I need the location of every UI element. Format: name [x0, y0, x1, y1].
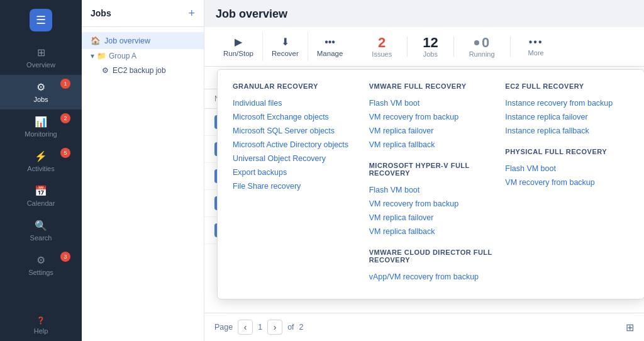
sidebar-logo: ☰ — [0, 0, 82, 40]
total-pages: 2 — [299, 323, 304, 332]
sidebar-item-label: Activities — [27, 165, 54, 172]
tree-item-label: Job overview — [104, 36, 150, 45]
next-page-button[interactable]: › — [267, 320, 282, 335]
manage-button[interactable]: ••• Manage — [308, 33, 352, 61]
sql-objects-link[interactable]: Microsoft SQL Server objects — [233, 124, 357, 138]
file-share-recovery-link[interactable]: File Share recovery — [233, 179, 357, 193]
running-count: 0 — [482, 35, 489, 50]
stat-running[interactable]: 0 Running — [469, 35, 495, 58]
individual-files-link[interactable]: Individual files — [233, 96, 357, 110]
sidebar-item-calendar[interactable]: 📅 Calendar — [0, 179, 82, 213]
ec2-full-recovery-title: EC2 FULL RECOVERY — [505, 82, 629, 90]
monitoring-icon: 📊 — [35, 116, 47, 128]
grid-view-icon[interactable]: ⊞ — [626, 321, 634, 333]
help-icon: ❓ — [36, 316, 45, 325]
sidebar-item-search[interactable]: 🔍 Search — [0, 213, 82, 248]
add-job-button[interactable]: + — [188, 8, 195, 19]
tree-item-job-overview[interactable]: 🏠 Job overview — [82, 32, 204, 49]
vcd-recovery-title: VMWARE CLOUD DIRECTOR FULL RECOVERY — [369, 249, 493, 264]
spacer — [369, 152, 493, 162]
spacer — [369, 238, 493, 249]
recover-dropdown: GRANULAR RECOVERY Individual files Micro… — [217, 69, 644, 299]
sidebar-item-monitoring[interactable]: 2 📊 Monitoring — [0, 109, 82, 144]
main-content: Job overview ▶ Run/Stop ⬇ Recover ••• Ma… — [204, 0, 644, 341]
stat-more-button[interactable]: ••• More — [528, 36, 544, 57]
sidebar-item-label: Monitoring — [25, 130, 57, 138]
universal-recovery-link[interactable]: Universal Object Recovery — [233, 152, 357, 165]
dropdown-col-vmware: VMWARE FULL RECOVERY Flash VM boot VM re… — [369, 82, 506, 284]
stats-bar: 2 Issues 12 Jobs 0 Running ••• More — [362, 27, 644, 66]
calendar-icon: 📅 — [35, 185, 47, 197]
of-label: of — [287, 323, 294, 332]
sidebar-item-label: Settings — [28, 269, 53, 276]
tree-child-label: EC2 backup job — [113, 66, 166, 75]
recover-label: Recover — [272, 50, 299, 57]
prev-page-button[interactable]: ‹ — [238, 320, 253, 335]
activities-icon: ⚡ — [35, 150, 47, 162]
stat-divider-3 — [510, 36, 511, 57]
play-icon: ▶ — [235, 36, 242, 48]
vmware-flash-boot-link[interactable]: Flash VM boot — [369, 96, 493, 110]
vmware-recovery-backup-link[interactable]: VM recovery from backup — [369, 110, 493, 124]
physical-flash-boot-link[interactable]: Flash VM boot — [505, 162, 629, 176]
settings-icon: ⚙ — [36, 254, 45, 266]
sidebar-item-jobs[interactable]: 1 ⚙ Jobs — [0, 75, 82, 109]
ec2-instance-recovery-link[interactable]: Instance recovery from backup — [505, 96, 629, 110]
monitoring-badge: 2 — [60, 113, 70, 123]
tree-child-ec2-backup[interactable]: ⚙ EC2 backup job — [82, 63, 204, 78]
hyperv-recovery-backup-link[interactable]: VM recovery from backup — [369, 197, 493, 211]
hyperv-replica-fallback-link[interactable]: VM replica fallback — [369, 225, 493, 238]
jobs-panel: Jobs + 🏠 Job overview ▾ 📁 Group A ⚙ EC2 … — [82, 0, 204, 341]
ec2-replica-fallback-link[interactable]: Instance replica fallback — [505, 124, 629, 138]
home-icon: 🏠 — [91, 36, 101, 45]
hyperv-flash-boot-link[interactable]: Flash VM boot — [369, 183, 493, 197]
vmware-replica-failover-link[interactable]: VM replica failover — [369, 124, 493, 138]
search-icon: 🔍 — [35, 220, 47, 232]
folder-icon: 📁 — [97, 52, 106, 60]
manage-label: Manage — [317, 50, 343, 57]
jobs-badge: 1 — [60, 79, 70, 89]
sidebar-item-activities[interactable]: 5 ⚡ Activities — [0, 144, 82, 179]
sidebar-help[interactable]: ❓ Help — [0, 310, 82, 341]
ec2-replica-failover-link[interactable]: Instance replica failover — [505, 110, 629, 124]
jobs-panel-header: Jobs + — [82, 0, 204, 27]
main-header: Job overview — [204, 0, 644, 27]
stat-divider-2 — [453, 36, 454, 57]
sidebar-item-overview[interactable]: ⊞ Overview — [0, 40, 82, 75]
physical-full-recovery-title: PHYSICAL FULL RECOVERY — [505, 148, 629, 155]
hyperv-replica-failover-link[interactable]: VM replica failover — [369, 211, 493, 225]
pagination: Page ‹ 1 › of 2 ⊞ — [204, 313, 644, 341]
stat-issues[interactable]: 2 Issues — [372, 35, 392, 58]
manage-icon: ••• — [325, 36, 335, 48]
jobs-count: 12 — [423, 35, 438, 50]
sidebar: ☰ ⊞ Overview 1 ⚙ Jobs 2 📊 Monitoring 5 ⚡… — [0, 0, 82, 341]
exchange-objects-link[interactable]: Microsoft Exchange objects — [233, 110, 357, 124]
current-page: 1 — [258, 323, 262, 332]
tree-group-label: Group A — [109, 52, 136, 60]
recover-button[interactable]: ⬇ Recover — [263, 32, 308, 61]
spacer — [505, 138, 629, 148]
stat-jobs[interactable]: 12 Jobs — [423, 35, 438, 58]
sidebar-item-settings[interactable]: 3 ⚙ Settings — [0, 248, 82, 282]
dropdown-columns: GRANULAR RECOVERY Individual files Micro… — [233, 82, 629, 284]
granular-recovery-title: GRANULAR RECOVERY — [233, 82, 357, 90]
running-label: Running — [469, 50, 495, 58]
run-stop-label: Run/Stop — [223, 50, 253, 57]
logo-icon: ☰ — [30, 9, 52, 31]
vmware-full-recovery-title: VMWARE FULL RECOVERY — [369, 82, 493, 90]
tree-group-a[interactable]: ▾ 📁 Group A — [82, 49, 204, 63]
stat-divider-1 — [407, 36, 408, 57]
ad-objects-link[interactable]: Microsoft Active Directory objects — [233, 138, 357, 152]
help-label: Help — [34, 327, 48, 335]
sidebar-item-label: Overview — [26, 61, 55, 69]
run-stop-button[interactable]: ▶ Run/Stop — [214, 32, 263, 61]
hyperv-recovery-title: MICROSOFT HYPER-V FULL RECOVERY — [369, 162, 493, 177]
sidebar-navigation: ⊞ Overview 1 ⚙ Jobs 2 📊 Monitoring 5 ⚡ A… — [0, 40, 82, 310]
physical-recovery-backup-link[interactable]: VM recovery from backup — [505, 176, 629, 189]
export-backups-link[interactable]: Export backups — [233, 165, 357, 179]
vcd-recovery-link[interactable]: vApp/VM recovery from backup — [369, 270, 493, 284]
jobs-icon: ⚙ — [36, 81, 45, 93]
recover-icon: ⬇ — [281, 36, 289, 48]
jobs-panel-title: Jobs — [91, 8, 111, 18]
vmware-replica-fallback-link[interactable]: VM replica fallback — [369, 138, 493, 152]
